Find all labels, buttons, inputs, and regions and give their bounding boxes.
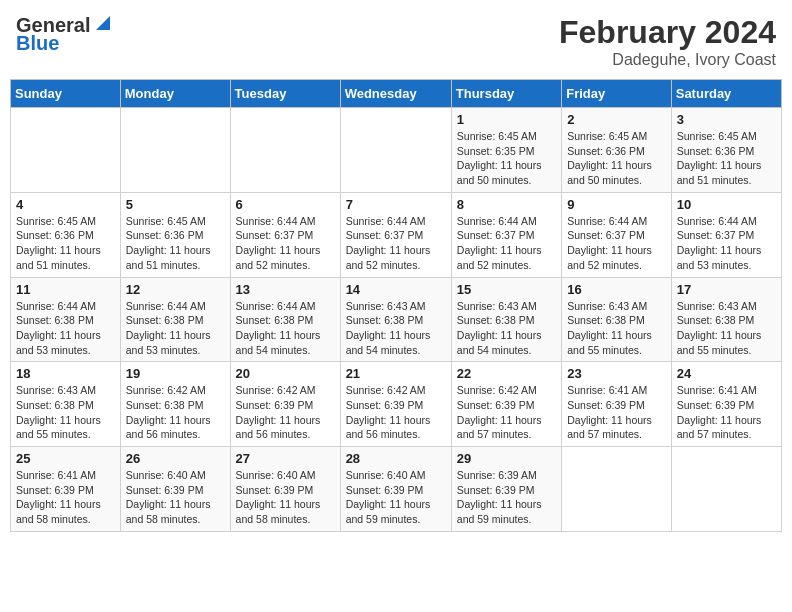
calendar-cell: 8Sunrise: 6:44 AM Sunset: 6:37 PM Daylig… [451,192,561,277]
day-info: Sunrise: 6:42 AM Sunset: 6:39 PM Dayligh… [236,383,335,442]
day-number: 24 [677,366,776,381]
day-info: Sunrise: 6:43 AM Sunset: 6:38 PM Dayligh… [16,383,115,442]
day-number: 7 [346,197,446,212]
calendar-table: SundayMondayTuesdayWednesdayThursdayFrid… [10,79,782,532]
day-number: 16 [567,282,666,297]
day-info: Sunrise: 6:40 AM Sunset: 6:39 PM Dayligh… [236,468,335,527]
day-number: 18 [16,366,115,381]
day-number: 22 [457,366,556,381]
day-info: Sunrise: 6:45 AM Sunset: 6:36 PM Dayligh… [567,129,666,188]
calendar-cell [230,108,340,193]
day-info: Sunrise: 6:43 AM Sunset: 6:38 PM Dayligh… [567,299,666,358]
day-info: Sunrise: 6:44 AM Sunset: 6:37 PM Dayligh… [567,214,666,273]
day-number: 25 [16,451,115,466]
day-number: 19 [126,366,225,381]
calendar-cell: 29Sunrise: 6:39 AM Sunset: 6:39 PM Dayli… [451,447,561,532]
calendar-cell: 13Sunrise: 6:44 AM Sunset: 6:38 PM Dayli… [230,277,340,362]
day-number: 15 [457,282,556,297]
day-info: Sunrise: 6:44 AM Sunset: 6:37 PM Dayligh… [346,214,446,273]
calendar-cell: 23Sunrise: 6:41 AM Sunset: 6:39 PM Dayli… [562,362,672,447]
day-info: Sunrise: 6:45 AM Sunset: 6:36 PM Dayligh… [16,214,115,273]
svg-marker-0 [96,16,110,30]
day-info: Sunrise: 6:41 AM Sunset: 6:39 PM Dayligh… [567,383,666,442]
day-info: Sunrise: 6:44 AM Sunset: 6:37 PM Dayligh… [677,214,776,273]
day-info: Sunrise: 6:43 AM Sunset: 6:38 PM Dayligh… [346,299,446,358]
week-row-4: 18Sunrise: 6:43 AM Sunset: 6:38 PM Dayli… [11,362,782,447]
day-number: 20 [236,366,335,381]
day-number: 6 [236,197,335,212]
calendar-cell [11,108,121,193]
title-area: February 2024 Dadeguhe, Ivory Coast [559,14,776,69]
day-number: 14 [346,282,446,297]
calendar-cell: 3Sunrise: 6:45 AM Sunset: 6:36 PM Daylig… [671,108,781,193]
logo: General Blue [16,14,114,54]
calendar-cell: 14Sunrise: 6:43 AM Sunset: 6:38 PM Dayli… [340,277,451,362]
calendar-cell: 17Sunrise: 6:43 AM Sunset: 6:38 PM Dayli… [671,277,781,362]
day-number: 10 [677,197,776,212]
header-day-sunday: Sunday [11,80,121,108]
day-info: Sunrise: 6:44 AM Sunset: 6:37 PM Dayligh… [236,214,335,273]
calendar-cell: 19Sunrise: 6:42 AM Sunset: 6:38 PM Dayli… [120,362,230,447]
week-row-5: 25Sunrise: 6:41 AM Sunset: 6:39 PM Dayli… [11,447,782,532]
calendar-cell [562,447,672,532]
day-info: Sunrise: 6:44 AM Sunset: 6:37 PM Dayligh… [457,214,556,273]
calendar-cell [671,447,781,532]
calendar-cell: 21Sunrise: 6:42 AM Sunset: 6:39 PM Dayli… [340,362,451,447]
week-row-1: 1Sunrise: 6:45 AM Sunset: 6:35 PM Daylig… [11,108,782,193]
day-number: 17 [677,282,776,297]
day-info: Sunrise: 6:41 AM Sunset: 6:39 PM Dayligh… [677,383,776,442]
calendar-cell: 25Sunrise: 6:41 AM Sunset: 6:39 PM Dayli… [11,447,121,532]
header-day-saturday: Saturday [671,80,781,108]
calendar-cell: 7Sunrise: 6:44 AM Sunset: 6:37 PM Daylig… [340,192,451,277]
calendar-cell: 9Sunrise: 6:44 AM Sunset: 6:37 PM Daylig… [562,192,672,277]
day-info: Sunrise: 6:45 AM Sunset: 6:35 PM Dayligh… [457,129,556,188]
day-number: 11 [16,282,115,297]
header-day-wednesday: Wednesday [340,80,451,108]
day-number: 9 [567,197,666,212]
day-number: 3 [677,112,776,127]
day-info: Sunrise: 6:45 AM Sunset: 6:36 PM Dayligh… [126,214,225,273]
day-number: 26 [126,451,225,466]
day-info: Sunrise: 6:43 AM Sunset: 6:38 PM Dayligh… [457,299,556,358]
day-number: 1 [457,112,556,127]
day-number: 28 [346,451,446,466]
day-number: 2 [567,112,666,127]
day-info: Sunrise: 6:39 AM Sunset: 6:39 PM Dayligh… [457,468,556,527]
calendar-cell: 24Sunrise: 6:41 AM Sunset: 6:39 PM Dayli… [671,362,781,447]
day-info: Sunrise: 6:43 AM Sunset: 6:38 PM Dayligh… [677,299,776,358]
header-day-monday: Monday [120,80,230,108]
calendar-cell [120,108,230,193]
calendar-cell: 2Sunrise: 6:45 AM Sunset: 6:36 PM Daylig… [562,108,672,193]
day-info: Sunrise: 6:45 AM Sunset: 6:36 PM Dayligh… [677,129,776,188]
day-number: 5 [126,197,225,212]
calendar-cell: 10Sunrise: 6:44 AM Sunset: 6:37 PM Dayli… [671,192,781,277]
calendar-cell: 27Sunrise: 6:40 AM Sunset: 6:39 PM Dayli… [230,447,340,532]
calendar-cell: 1Sunrise: 6:45 AM Sunset: 6:35 PM Daylig… [451,108,561,193]
day-number: 8 [457,197,556,212]
logo-icon [92,12,114,34]
day-number: 21 [346,366,446,381]
calendar-cell: 5Sunrise: 6:45 AM Sunset: 6:36 PM Daylig… [120,192,230,277]
day-number: 27 [236,451,335,466]
week-row-2: 4Sunrise: 6:45 AM Sunset: 6:36 PM Daylig… [11,192,782,277]
day-info: Sunrise: 6:42 AM Sunset: 6:39 PM Dayligh… [457,383,556,442]
calendar-cell: 6Sunrise: 6:44 AM Sunset: 6:37 PM Daylig… [230,192,340,277]
calendar-cell: 26Sunrise: 6:40 AM Sunset: 6:39 PM Dayli… [120,447,230,532]
calendar-cell: 12Sunrise: 6:44 AM Sunset: 6:38 PM Dayli… [120,277,230,362]
week-row-3: 11Sunrise: 6:44 AM Sunset: 6:38 PM Dayli… [11,277,782,362]
logo-blue-text: Blue [16,32,59,54]
day-info: Sunrise: 6:40 AM Sunset: 6:39 PM Dayligh… [126,468,225,527]
header: General Blue February 2024 Dadeguhe, Ivo… [10,10,782,73]
day-number: 13 [236,282,335,297]
day-number: 4 [16,197,115,212]
header-day-tuesday: Tuesday [230,80,340,108]
sub-title: Dadeguhe, Ivory Coast [559,51,776,69]
calendar-cell [340,108,451,193]
main-title: February 2024 [559,14,776,51]
day-info: Sunrise: 6:44 AM Sunset: 6:38 PM Dayligh… [236,299,335,358]
calendar-cell: 11Sunrise: 6:44 AM Sunset: 6:38 PM Dayli… [11,277,121,362]
calendar-cell: 15Sunrise: 6:43 AM Sunset: 6:38 PM Dayli… [451,277,561,362]
day-info: Sunrise: 6:42 AM Sunset: 6:39 PM Dayligh… [346,383,446,442]
day-number: 23 [567,366,666,381]
day-info: Sunrise: 6:41 AM Sunset: 6:39 PM Dayligh… [16,468,115,527]
